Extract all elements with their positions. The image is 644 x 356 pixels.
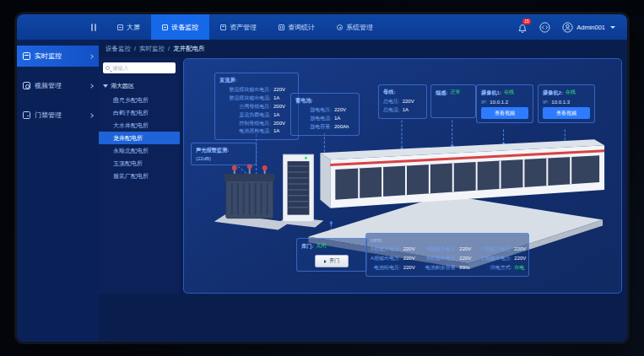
ip-value: 10.0.1.2	[490, 100, 508, 105]
tree-node[interactable]: 服装厂配电所	[103, 170, 176, 182]
field-value: 220V	[403, 245, 420, 253]
field-value: 220V	[403, 254, 420, 262]
sidebar-item-access-control[interactable]: 门禁管理	[17, 105, 99, 126]
camera1-panel: 摄像机1:在线 IP:10.0.1.2 查看视频	[476, 84, 533, 123]
field-label: B相输入电压:	[425, 245, 457, 253]
monitor-icon	[23, 52, 30, 60]
field-value: 市电	[514, 263, 531, 272]
tab-dashboard[interactable]: 大屏	[106, 14, 151, 40]
tab-label: 查询统计	[288, 23, 315, 32]
field-value: 220V	[334, 106, 354, 115]
field-label: C相输出电压:	[481, 254, 511, 262]
tab-label: 资产管理	[230, 23, 257, 32]
view-video-button[interactable]: 查看视频	[543, 107, 590, 119]
panel-title: 声光报警监测:	[196, 147, 252, 154]
tree-node[interactable]: 大水井配电所	[103, 119, 176, 132]
search-input[interactable]	[112, 65, 173, 71]
field-label: A相输入电压:	[371, 245, 401, 253]
field-label: 总电流:	[383, 106, 400, 115]
view-video-button[interactable]: 查看视频	[481, 107, 528, 119]
tree-node[interactable]: 永顺北配电所	[103, 144, 176, 157]
tree-node[interactable]: 白鹤子配电所	[103, 106, 176, 119]
caret-down-icon	[103, 84, 108, 88]
panel-title: 库门:	[301, 242, 313, 250]
panel-title: 母线:	[383, 89, 422, 96]
fullscreen-icon[interactable]	[539, 22, 550, 33]
busbar-panel: 母线: 总电压:220V 总电流:1A	[378, 84, 427, 119]
smoke-sensor-panel: 烟感:正常	[430, 84, 476, 118]
sidebar-item-label: 视频管理	[35, 81, 62, 90]
station-tree-panel: 湖大园区 曲尺乡配电所 白鹤子配电所 大水井配电所 龙井配电所 永顺北配电所 玉…	[99, 57, 180, 294]
field-label: 整流模块输出电流:	[219, 94, 271, 103]
panel-title: UPS:	[371, 237, 524, 243]
field-label: 电池组电压:	[371, 263, 401, 272]
field-label: 供电方式:	[481, 263, 511, 272]
battery-cabinet	[279, 154, 324, 227]
field-value: 220V	[459, 245, 476, 253]
status-badge: 正常	[450, 89, 460, 98]
field-label: 电池剩余容量:	[425, 263, 457, 272]
app-window: 大屏 设备监控 资产管理 查询统计 系统管理 15 Admin001 实时监控	[17, 14, 627, 342]
dashboard-icon	[117, 24, 123, 30]
field-label: 放电容量:	[295, 123, 332, 132]
tab-asset-management[interactable]: 资产管理	[209, 14, 268, 40]
ip-label: IP:	[543, 100, 549, 105]
sound-alarm-panel: 声光报警监测: (22dB)	[191, 143, 257, 165]
assets-icon	[220, 24, 226, 30]
breadcrumb-current: 龙井配电所	[173, 45, 205, 53]
tree-node-selected[interactable]: 龙井配电所	[99, 132, 180, 144]
field-label: 总电压:	[383, 98, 400, 106]
chevron-right-icon	[89, 113, 94, 118]
field-value: 220V	[403, 98, 422, 106]
transformer	[214, 164, 290, 229]
tree-node[interactable]: 玉溪配电所	[103, 157, 176, 170]
breadcrumb-item[interactable]: 实时监控	[139, 45, 165, 53]
tab-query-statistics[interactable]: 查询统计	[268, 14, 326, 40]
notification-badge: 15	[522, 19, 531, 24]
field-label: 合闸母线电压:	[219, 103, 271, 111]
button-label: 开门	[329, 257, 339, 265]
tree-search	[103, 62, 176, 73]
bell-icon	[517, 24, 528, 34]
field-label: 整流模块输出电压:	[219, 86, 271, 94]
battery-panel: 蓄电池: 放电电压:220V 放电电流:1A 放电容量:200Ah	[290, 93, 360, 136]
field-label: 控制母线电压:	[219, 120, 271, 128]
username: Admin001	[576, 24, 605, 31]
field-value: 1A	[334, 115, 354, 123]
field-label: 放电电压:	[295, 106, 332, 115]
tab-device-monitor[interactable]: 设备监控	[151, 14, 209, 40]
ip-label: IP:	[481, 100, 487, 105]
search-icon	[106, 66, 110, 70]
video-icon	[23, 82, 30, 89]
ups-panel: UPS: A相输入电压:220V B相输入电压:220V C相输入电压:220V…	[365, 233, 529, 277]
tab-label: 系统管理	[346, 23, 373, 32]
tree-node[interactable]: 曲尺乡配电所	[103, 94, 176, 106]
notifications-button[interactable]: 15	[517, 22, 528, 32]
panel-title: 烟感:	[436, 89, 447, 96]
breadcrumb: 设备监控 / 实时监控 / 龙井配电所	[99, 40, 627, 57]
dc-screen-panel: 直流屏: 整流模块输出电压:220V 整流模块输出电流:1A 合闸母线电压:20…	[214, 73, 299, 140]
substation-canvas: 直流屏: 整流模块输出电压:220V 整流模块输出电流:1A 合闸母线电压:20…	[183, 58, 622, 294]
user-menu[interactable]: Admin001	[562, 22, 615, 33]
panel-title: 直流屏:	[219, 77, 294, 84]
chevron-right-icon	[89, 84, 94, 89]
status-badge: 在线	[566, 89, 576, 98]
tab-system-management[interactable]: 系统管理	[326, 14, 384, 40]
top-right-actions: 15 Admin001	[517, 22, 627, 33]
sidebar-item-video-management[interactable]: 视频管理	[17, 75, 99, 96]
sidebar-collapse-icon[interactable]	[91, 24, 96, 31]
tab-label: 大屏	[127, 23, 140, 32]
field-label: 电池巡检电流:	[219, 127, 271, 136]
door-icon	[23, 111, 30, 119]
tree-root[interactable]: 湖大园区	[103, 82, 176, 90]
sidebar-item-realtime-monitor[interactable]: 实时监控	[17, 46, 99, 67]
panel-title: 摄像机2:	[543, 89, 563, 96]
sidebar: 实时监控 视频管理 门禁管理	[17, 40, 99, 342]
breadcrumb-item[interactable]: 设备监控	[106, 45, 131, 53]
open-door-button[interactable]: 开门	[315, 255, 349, 267]
field-value: 200Ah	[334, 123, 354, 132]
device-monitor-icon	[162, 24, 168, 30]
field-value: 220V	[514, 254, 531, 262]
field-value: 220V	[459, 254, 476, 262]
status-badge: 关闭	[316, 242, 326, 251]
